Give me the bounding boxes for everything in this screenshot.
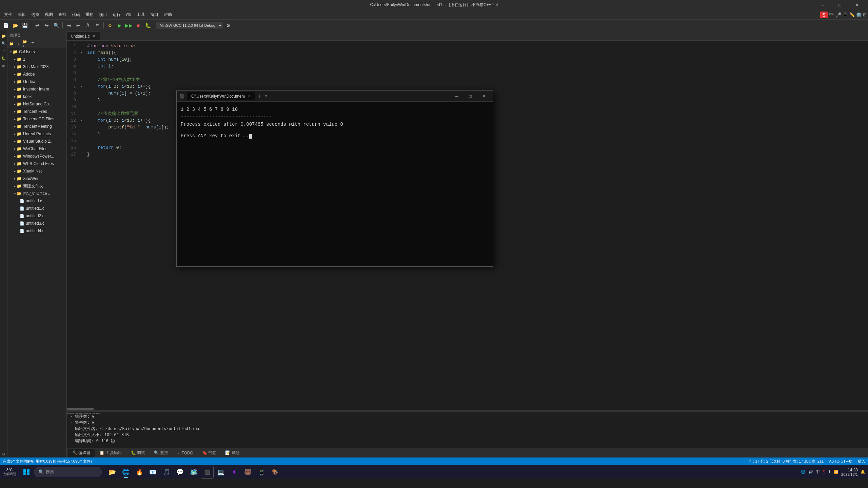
fp-root-btn[interactable]: 📁 <box>8 41 15 47</box>
tab-untitled1[interactable]: untitled1.c ✕ <box>67 32 100 40</box>
fp-new-folder-btn[interactable]: 📂+ <box>22 41 29 47</box>
tree-item-gridea[interactable]: ▸📁Gridea <box>7 78 66 85</box>
tree-item-new-folder[interactable]: ▸📁新建文件夹 <box>7 182 66 190</box>
tree-file-untitled1[interactable]: 📄untitled1.c <box>7 205 66 212</box>
new-file-btn[interactable]: 📄 <box>1 21 10 30</box>
clock[interactable]: 14:38 2022/12/1 <box>841 468 858 476</box>
wifi-icon[interactable]: 📶 <box>834 470 839 474</box>
menu-edit[interactable]: 编辑 <box>15 11 28 18</box>
terminal-dropdown-btn[interactable]: ▾ <box>264 94 269 98</box>
tree-item-1[interactable]: ▸📁1 <box>7 56 66 63</box>
tree-item-tencent-files[interactable]: ▸📁Tencent Files <box>7 108 66 115</box>
tree-item-wechat[interactable]: ▸📁WeChat Files <box>7 145 66 152</box>
terminal-body[interactable]: 1 2 3 4 5 6 7 8 9 10 -------------------… <box>177 102 493 266</box>
sidebar-icon-ext[interactable]: ⊞ <box>0 62 7 69</box>
tree-item-tencent-meeting[interactable]: ▸📁TencentMeeting <box>7 123 66 130</box>
sogou-icon3[interactable]: ✏️ <box>849 12 855 17</box>
tree-file-untitled2[interactable]: 📄untitled2.c <box>7 212 66 220</box>
sidebar-icon-git[interactable]: ⎇ <box>0 47 7 54</box>
stop-btn[interactable]: ■ <box>134 21 143 30</box>
menu-refactor[interactable]: 重构 <box>83 11 96 18</box>
sidebar-icon-files[interactable]: 📁 <box>0 33 7 39</box>
h-scroll-thumb[interactable] <box>67 408 94 410</box>
menu-project[interactable]: 项目 <box>96 11 110 18</box>
bottom-tab-bookmark[interactable]: 🔖 书签 <box>198 449 220 457</box>
fp-new-file-btn[interactable]: + <box>15 41 22 47</box>
run-btn[interactable]: ▶ <box>115 21 124 30</box>
terminal-minimize-btn[interactable]: ─ <box>450 91 463 102</box>
tree-item-xiaowei[interactable]: ▸📁XiaoWei <box>7 175 66 182</box>
network-icon[interactable]: 🌐 <box>801 470 806 474</box>
indent-btn[interactable]: ⇥ <box>64 21 73 30</box>
sidebar-icon-settings[interactable]: ⚙ <box>0 451 7 458</box>
menu-view[interactable]: 视图 <box>42 11 56 18</box>
sogou-icon4[interactable]: ⚙️ <box>856 12 862 17</box>
tree-item-xiaominet[interactable]: ▸📁XiaoMiNet <box>7 167 66 175</box>
build-config-select[interactable]: MinGW GCC 11.2.0 64-bit Debug <box>156 22 223 29</box>
taskbar-app-explorer[interactable]: 📂 <box>106 466 119 479</box>
terminal-maximize-btn[interactable]: □ <box>464 91 477 102</box>
tree-file-untitled4[interactable]: 📄untitled4.c <box>7 227 66 235</box>
taskbar-app-phone[interactable]: 📱 <box>255 466 268 479</box>
tab-close-btn[interactable]: ✕ <box>93 34 96 38</box>
bottom-tab-todo[interactable]: ✓ TODO <box>173 449 197 457</box>
bottom-tab-search[interactable]: 🔍 查找 <box>150 449 172 457</box>
mic-icon[interactable]: 🎤 <box>835 12 841 18</box>
menu-code[interactable]: 代码 <box>69 11 83 18</box>
tree-item-netsarang[interactable]: ▸📁NetSarang Co... <box>7 100 66 108</box>
h-scrollbar[interactable] <box>67 407 868 410</box>
taskbar-app-vs[interactable]: ♦ <box>228 466 241 479</box>
menu-git[interactable]: Git <box>123 12 134 18</box>
tree-item-adobe[interactable]: ▸📁Adobe <box>7 70 66 78</box>
tree-item-custom-office[interactable]: ▾📂自定义 Office ... <box>7 190 66 197</box>
taskbar-app-mail[interactable]: 📧 <box>146 466 159 479</box>
menu-help[interactable]: 帮助 <box>161 11 175 18</box>
redo-btn[interactable]: ↪ <box>42 21 51 30</box>
close-button[interactable]: ✕ <box>849 0 865 10</box>
bottom-tab-exercise[interactable]: 📝 试题 <box>221 449 243 457</box>
comment-btn[interactable]: // <box>83 21 92 30</box>
build-btn[interactable]: ⚙ <box>105 21 114 30</box>
menu-run[interactable]: 运行 <box>110 11 123 18</box>
battery-icon[interactable]: ⬆ <box>828 470 831 474</box>
taskbar-app-maps[interactable]: 🗺️ <box>187 466 200 479</box>
bottom-tab-compiler[interactable]: 🔨 编译器 <box>68 449 95 457</box>
sound-icon[interactable]: 🔊 <box>808 470 813 474</box>
bottom-tab-tool-output[interactable]: 📋 工具输出 <box>95 449 126 457</box>
tree-file-untitled3[interactable]: 📄untitled3.c <box>7 220 66 227</box>
tree-item-root[interactable]: ▾ 📁 C:/Users <box>7 48 66 56</box>
taskbar-app-rider[interactable]: 🏇 <box>269 466 281 479</box>
terminal-new-tab-btn[interactable]: + <box>256 93 262 99</box>
uncomment-btn[interactable]: /* <box>93 21 102 30</box>
sogou-icon2[interactable]: 📱 <box>843 12 848 17</box>
taskbar-app-bear[interactable]: 🐻 <box>241 466 254 479</box>
taskbar-app-music[interactable]: 🎵 <box>160 466 173 479</box>
terminal-close-btn[interactable]: ✕ <box>477 91 490 102</box>
menu-select[interactable]: 选择 <box>28 11 42 18</box>
fp-filter-btn[interactable]: ☰ <box>29 41 36 47</box>
taskbar-search[interactable]: 🔍 搜索 <box>34 467 102 477</box>
tree-item-inventor[interactable]: ▸📁Inventor Intera... <box>7 85 66 93</box>
tree-file-untitled[interactable]: 📄untitled.c <box>7 197 66 205</box>
maximize-button[interactable]: □ <box>832 0 848 10</box>
menu-window[interactable]: 窗口 <box>147 11 161 18</box>
tree-item-unreal[interactable]: ▸📁Unreal Projects <box>7 130 66 138</box>
terminal-tab-close[interactable]: ✕ <box>248 94 251 98</box>
ime-icon[interactable]: 中 <box>816 469 820 475</box>
taskbar-app-edge[interactable]: 🌐 <box>119 466 132 479</box>
tree-item-3dsmax[interactable]: ▸📁3ds Max 2023 <box>7 63 66 70</box>
menu-tools[interactable]: 工具 <box>134 11 147 18</box>
minimize-button[interactable]: ─ <box>815 0 831 10</box>
taskbar-app-terminal[interactable]: ⬛ <box>201 466 214 479</box>
open-btn[interactable]: 📂 <box>11 21 20 30</box>
save-btn[interactable]: 💾 <box>20 21 29 30</box>
menu-file[interactable]: 文件 <box>1 11 15 18</box>
taskbar-app-fire[interactable]: 🔥 <box>133 466 146 479</box>
taskbar-app-chat[interactable]: 💬 <box>174 466 186 479</box>
bottom-tab-debug[interactable]: 🐛 调试 <box>127 449 149 457</box>
search2-btn[interactable]: 🔍 <box>52 21 61 30</box>
menu-search[interactable]: 查找 <box>56 11 69 18</box>
sidebar-icon-debug[interactable]: 🐛 <box>0 55 7 62</box>
start-button[interactable] <box>20 466 33 478</box>
unindent-btn[interactable]: ⇤ <box>74 21 83 30</box>
